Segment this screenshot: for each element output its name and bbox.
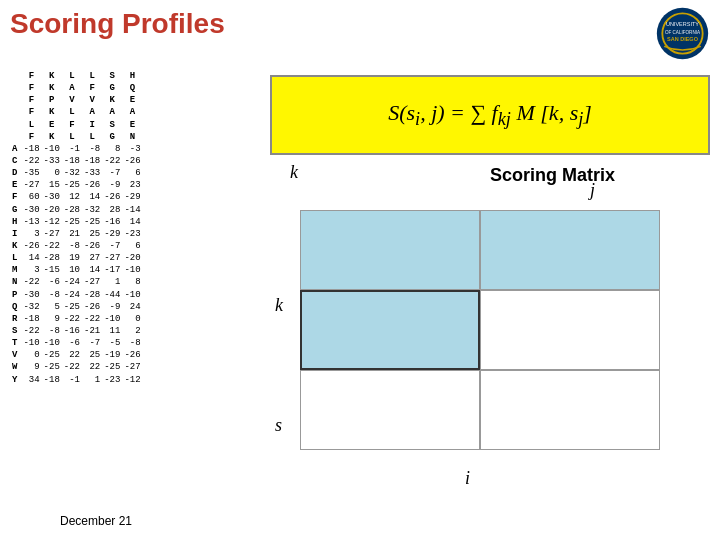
s-axis-label: s xyxy=(275,415,282,436)
table-row: P-30-8-24-28-44-10 xyxy=(10,289,143,301)
row-label: T xyxy=(10,337,21,349)
table-row: Y34-18-11-23-12 xyxy=(10,374,143,386)
matrix-cell: -22 xyxy=(102,155,122,167)
matrix-cell: -15 xyxy=(42,264,62,276)
matrix-cell: -44 xyxy=(102,289,122,301)
matrix-cell: -35 xyxy=(21,167,41,179)
table-row: Q-325-25-26-924 xyxy=(10,301,143,313)
matrix-cell: -20 xyxy=(122,252,142,264)
matrix-cell: -18 xyxy=(82,155,102,167)
matrix-cell: -22 xyxy=(62,313,82,325)
matrix-cell: 2 xyxy=(122,325,142,337)
row-label: R xyxy=(10,313,21,325)
matrix-cell: -7 xyxy=(102,240,122,252)
matrix-cell: 10 xyxy=(62,264,82,276)
matrix-cell: -10 xyxy=(102,313,122,325)
matrix-cell: -25 xyxy=(102,361,122,373)
row-label: M xyxy=(10,264,21,276)
matrix-cell: -33 xyxy=(82,167,102,179)
matrix-cell: 25 xyxy=(82,228,102,240)
matrix-cell: -10 xyxy=(42,143,62,155)
matrix-cell: -7 xyxy=(82,337,102,349)
matrix-cell: 9 xyxy=(21,361,41,373)
row-label: L xyxy=(10,252,21,264)
matrix-cell: 6 xyxy=(122,240,142,252)
matrix-cell: 12 xyxy=(62,191,82,203)
matrix-cell: -30 xyxy=(21,204,41,216)
matrix-cell: 14 xyxy=(21,252,41,264)
matrix-cell: -27 xyxy=(42,228,62,240)
matrix-cell: 14 xyxy=(122,216,142,228)
matrix-cell: -16 xyxy=(102,216,122,228)
matrix-cell: -8 xyxy=(62,240,82,252)
matrix-cell: 22 xyxy=(82,361,102,373)
row-label: P xyxy=(10,289,21,301)
table-row: A-18-10-1-88-3 xyxy=(10,143,143,155)
matrix-cell: -9 xyxy=(102,301,122,313)
matrix-cell: -1 xyxy=(62,143,82,155)
grid-cell-top-right xyxy=(480,210,660,290)
row-label: V xyxy=(10,349,21,361)
i-axis-label: i xyxy=(465,468,470,489)
matrix-cell: -3 xyxy=(122,143,142,155)
matrix-cell: 15 xyxy=(42,179,62,191)
matrix-cell: -26 xyxy=(82,240,102,252)
matrix-cell: -30 xyxy=(42,191,62,203)
matrix-cell: -24 xyxy=(62,289,82,301)
table-row: G-30-20-28-3228-14 xyxy=(10,204,143,216)
matrix-cell: -22 xyxy=(42,240,62,252)
matrix-cell: 8 xyxy=(102,143,122,155)
matrix-cell: -28 xyxy=(82,289,102,301)
matrix-cell: -5 xyxy=(102,337,122,349)
table-row: W9-25-2222-25-27 xyxy=(10,361,143,373)
matrix-cell: -25 xyxy=(42,361,62,373)
row-label: D xyxy=(10,167,21,179)
matrix-cell: -22 xyxy=(82,313,102,325)
row-label: C xyxy=(10,155,21,167)
svg-text:SAN DIEGO: SAN DIEGO xyxy=(667,36,699,42)
matrix-cell: -18 xyxy=(21,143,41,155)
table-row: F60-301214-26-29 xyxy=(10,191,143,203)
grid-cell-mid-left xyxy=(300,290,480,370)
k-axis-label: k xyxy=(275,295,283,316)
matrix-cell: 22 xyxy=(62,349,82,361)
matrix-cell: -22 xyxy=(62,361,82,373)
svg-text:UNIVERSITY: UNIVERSITY xyxy=(666,21,699,27)
matrix-cell: -22 xyxy=(21,325,41,337)
matrix-cell: -25 xyxy=(62,179,82,191)
matrix-cell: 0 xyxy=(122,313,142,325)
matrix-cell: -32 xyxy=(21,301,41,313)
table-row: K-26-22-8-26-76 xyxy=(10,240,143,252)
matrix-cell: -10 xyxy=(122,289,142,301)
row-label: A xyxy=(10,143,21,155)
page-title: Scoring Profiles xyxy=(10,8,225,40)
row-label: K xyxy=(10,240,21,252)
row-label: I xyxy=(10,228,21,240)
matrix-cell: 1 xyxy=(102,276,122,288)
table-row: M3-151014-17-10 xyxy=(10,264,143,276)
matrix-cell: -28 xyxy=(62,204,82,216)
table-row: T-10-10-6-7-5-8 xyxy=(10,337,143,349)
logo-icon: UNIVERSITY OF CALIFORNIA SAN DIEGO xyxy=(655,6,710,61)
matrix-cell: 8 xyxy=(122,276,142,288)
matrix-cell: 21 xyxy=(62,228,82,240)
row-label: N xyxy=(10,276,21,288)
scoring-matrix-label: Scoring Matrix xyxy=(490,165,615,186)
matrix-cell: 14 xyxy=(82,264,102,276)
matrix-cell: -6 xyxy=(62,337,82,349)
matrix-cell: -30 xyxy=(21,289,41,301)
row-label: E xyxy=(10,179,21,191)
matrix-cell: 34 xyxy=(21,374,41,386)
matrix-cell: 3 xyxy=(21,228,41,240)
table-row: E-2715-25-26-923 xyxy=(10,179,143,191)
matrix-cell: -26 xyxy=(21,240,41,252)
matrix-cell: 25 xyxy=(82,349,102,361)
matrix-cell: -8 xyxy=(122,337,142,349)
matrix-cell: -23 xyxy=(102,374,122,386)
matrix-cell: 60 xyxy=(21,191,41,203)
date-label: December 21 xyxy=(60,514,132,528)
formula-text: S(si, j) = ∑ fkj M [k, sj] xyxy=(388,100,592,130)
matrix-cell: -6 xyxy=(42,276,62,288)
matrix-cell: -25 xyxy=(62,301,82,313)
matrix-cell: 11 xyxy=(102,325,122,337)
